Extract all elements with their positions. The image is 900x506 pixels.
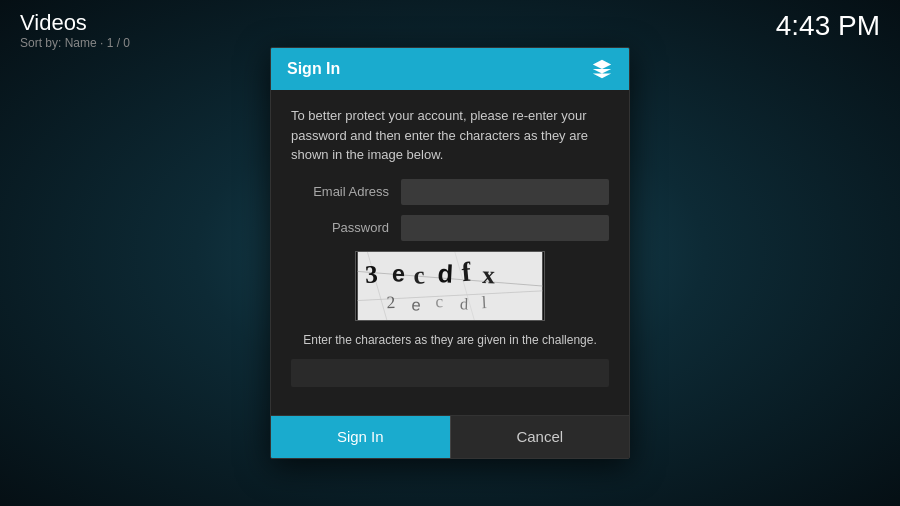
svg-text:2: 2 — [386, 292, 395, 312]
captcha-container: 3 e c d f x 2 e c d l — [291, 251, 609, 321]
email-label: Email Adress — [291, 184, 401, 199]
captcha-image: 3 e c d f x 2 e c d l — [355, 251, 545, 321]
svg-text:c: c — [435, 291, 443, 311]
challenge-input-row — [291, 359, 609, 387]
kodi-icon — [591, 58, 613, 80]
captcha-hint: Enter the characters as they are given i… — [291, 333, 609, 347]
svg-text:e: e — [392, 260, 406, 286]
svg-text:e: e — [411, 295, 421, 313]
password-field[interactable] — [401, 215, 609, 241]
cancel-button[interactable]: Cancel — [450, 416, 630, 458]
email-row: Email Adress — [291, 179, 609, 205]
svg-text:d: d — [460, 294, 470, 313]
dialog-description: To better protect your account, please r… — [291, 106, 609, 165]
password-label: Password — [291, 220, 401, 235]
dialog-footer: Sign In Cancel — [271, 415, 629, 458]
signin-dialog: Sign In To better protect your account, … — [270, 47, 630, 459]
svg-text:x: x — [482, 260, 496, 288]
dialog-header: Sign In — [271, 48, 629, 90]
dialog-overlay: Sign In To better protect your account, … — [0, 0, 900, 506]
svg-text:3: 3 — [364, 259, 378, 288]
svg-text:d: d — [437, 259, 454, 288]
challenge-input[interactable] — [291, 359, 609, 387]
dialog-body: To better protect your account, please r… — [271, 90, 629, 415]
signin-button[interactable]: Sign In — [271, 416, 450, 458]
password-row: Password — [291, 215, 609, 241]
svg-text:c: c — [412, 260, 425, 289]
email-field[interactable] — [401, 179, 609, 205]
dialog-title: Sign In — [287, 60, 340, 78]
